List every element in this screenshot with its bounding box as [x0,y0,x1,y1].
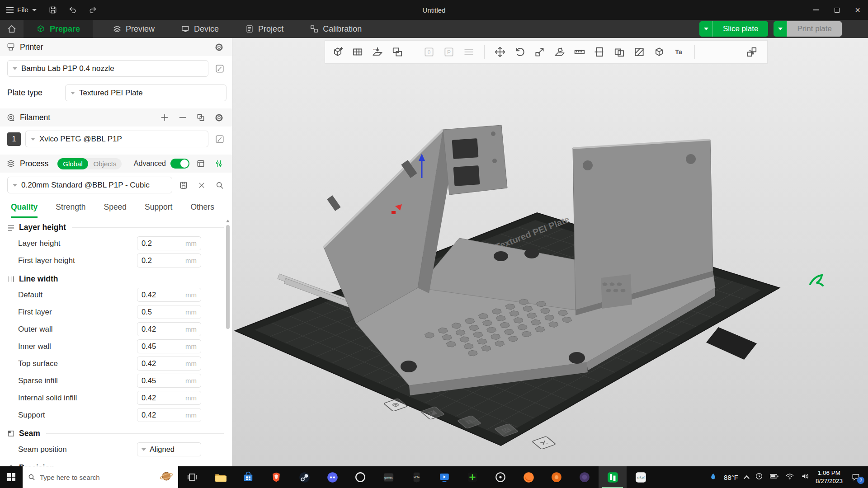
assembly-view-icon[interactable] [742,42,762,62]
line-width-outer-wall-input[interactable]: 0.42 mm [137,322,201,336]
search-input[interactable] [40,474,156,481]
redo-button[interactable] [83,0,103,20]
battery-icon[interactable] [769,472,779,482]
scrollbar-thumb[interactable] [226,225,230,329]
slice-options-dropdown[interactable] [699,21,713,37]
app-brave[interactable] [262,466,290,488]
tab-others[interactable]: Others [190,202,214,218]
app-firefox[interactable] [514,466,542,488]
line-width-sparse-infill-input[interactable]: 0.45 mm [137,374,201,388]
first-layer-height-input[interactable]: 0.2 mm [137,253,201,267]
move-icon[interactable] [490,42,510,62]
advanced-toggle[interactable] [170,159,189,169]
print-options-dropdown[interactable] [774,21,787,37]
scale-icon[interactable] [530,42,550,62]
tab-prepare[interactable]: Prepare [24,20,93,38]
app-file-explorer[interactable] [206,466,234,488]
split-objects-icon[interactable] [387,42,407,62]
app-orange-circle[interactable] [542,466,571,488]
app-bambu-studio[interactable] [599,466,627,488]
viewport-3d[interactable]: auto 0 P Ta Textured PEI Plate Bambu Lab [232,38,868,466]
weather-icon[interactable] [709,472,717,483]
lay-on-face-icon[interactable] [550,42,570,62]
tab-device[interactable]: Device [181,24,219,34]
mesh-boolean-icon[interactable] [609,42,629,62]
add-plate-icon[interactable] [348,42,368,62]
printer-settings-gear-icon[interactable] [212,40,226,54]
app-discord[interactable] [318,466,346,488]
tab-support[interactable]: Support [145,202,172,218]
minimize-button[interactable] [806,0,826,20]
start-button[interactable] [0,466,23,488]
app-cricut[interactable]: cricut [627,466,655,488]
add-filament-icon[interactable] [158,111,171,124]
line-width-internal-solid-input[interactable]: 0.42 mm [137,391,201,405]
layer-height-input[interactable]: 0.2 mm [137,236,201,250]
flush-options-icon[interactable] [194,111,208,124]
app-games-folder[interactable]: games [374,466,402,488]
network-wifi-icon[interactable] [785,472,794,482]
search-highlight-saturn-icon[interactable] [160,469,173,485]
filament-settings-gear-icon[interactable] [212,111,226,124]
slice-plate-button[interactable]: Slice plate [713,21,768,37]
tab-project[interactable]: Project [245,24,283,34]
save-project-button[interactable] [43,0,63,20]
clock[interactable]: 1:06 PM 8/27/2023 [816,469,843,485]
text-tool-icon[interactable]: Ta [669,42,689,62]
app-media-ring[interactable] [346,466,374,488]
volume-icon[interactable] [801,472,809,482]
process-preset-select[interactable]: 0.20mm Standard @BBL P1P - Cubic [7,177,172,193]
home-button[interactable] [0,20,24,38]
viewport-3d-canvas[interactable]: Textured PEI Plate Bambu Lab [232,38,868,466]
tab-quality[interactable]: Quality [11,202,38,218]
line-width-inner-wall-input[interactable]: 0.45 mm [137,339,201,353]
auto-orient-icon[interactable]: auto [368,42,387,62]
line-width-default-input[interactable]: 0.42 mm [137,288,201,302]
variable-layer-height-icon[interactable] [570,42,590,62]
edit-filament-icon[interactable] [213,132,226,146]
settings-scrollbar[interactable] [226,219,230,475]
action-center-button[interactable]: 2 [849,470,863,484]
reset-preset-icon[interactable] [195,178,208,192]
plate-type-select[interactable]: Textured PEI Plate [65,84,226,101]
app-microsoft-store[interactable] [234,466,262,488]
remove-filament-icon[interactable] [176,111,189,124]
hidden-icons-chevron-icon[interactable] [744,475,750,481]
save-preset-icon[interactable] [177,178,190,192]
app-steam[interactable] [290,466,318,488]
line-width-top-surface-input[interactable]: 0.42 mm [137,357,201,371]
filament-select[interactable]: Xvico PETG @BBL P1P [25,131,208,147]
add-model-icon[interactable] [328,42,348,62]
search-settings-icon[interactable] [213,178,226,192]
rotate-icon[interactable] [510,42,530,62]
tab-preview[interactable]: Preview [113,24,155,34]
file-menu-button[interactable]: File [0,0,43,20]
print-plate-button[interactable]: Print plate [787,21,842,37]
clock-tray-icon[interactable] [755,472,763,482]
app-epic-games[interactable]: EPIC [402,466,430,488]
printer-select[interactable]: Bambu Lab P1P 0.4 nozzle [7,60,208,77]
undo-button[interactable] [63,0,83,20]
support-painting-icon[interactable] [629,42,649,62]
line-width-support-input[interactable]: 0.42 mm [137,408,201,422]
task-view-button[interactable] [178,466,206,488]
app-movies-tv[interactable] [430,466,458,488]
close-button[interactable]: × [847,0,868,20]
edit-printer-icon[interactable] [213,62,226,75]
taskbar-search[interactable] [23,466,178,488]
scroll-up-arrow-icon[interactable] [226,220,230,222]
app-purple-circle[interactable] [571,466,599,488]
line-width-first-layer-input[interactable]: 0.5 mm [137,305,201,319]
scope-objects-pill[interactable]: Objects [88,158,122,169]
weather-temp[interactable]: 88°F [724,474,738,481]
tab-speed[interactable]: Speed [104,202,127,218]
app-ring-dot[interactable] [486,466,514,488]
seam-position-select[interactable]: Aligned [137,442,201,456]
maximize-button[interactable] [826,0,847,20]
tab-strength[interactable]: Strength [56,202,85,218]
tab-calibration[interactable]: Calibration [310,24,362,34]
cut-icon[interactable] [590,42,609,62]
compare-presets-icon[interactable] [194,157,208,170]
seam-painting-icon[interactable] [649,42,669,62]
app-razer[interactable] [458,466,486,488]
